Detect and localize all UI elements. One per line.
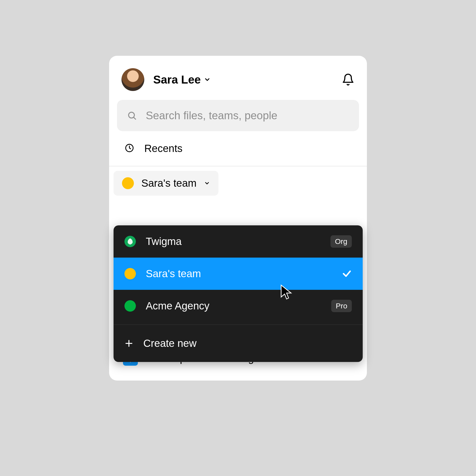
team-dropdown: Twigma Org Sara's team Acme Agency Pro C…: [114, 225, 363, 362]
plan-badge: Pro: [331, 300, 352, 312]
dropdown-item-saras-team[interactable]: Sara's team: [114, 258, 363, 290]
dropdown-item-label: Acme Agency: [146, 300, 321, 312]
user-name: Sara Lee: [153, 73, 201, 86]
plus-icon: [124, 339, 133, 348]
sidebar-panel: Sara Lee Recents Sara's team: [109, 56, 367, 381]
dropdown-item-acme[interactable]: Acme Agency Pro: [114, 290, 363, 322]
nav-recents-label: Recents: [144, 143, 182, 154]
create-new-team-button[interactable]: Create new: [114, 325, 363, 362]
search-icon: [127, 111, 137, 120]
team-selector-wrap: Sara's team: [109, 166, 367, 196]
dropdown-item-twigma[interactable]: Twigma Org: [114, 225, 363, 258]
avatar[interactable]: [121, 68, 144, 91]
team-selector-label: Sara's team: [141, 177, 197, 189]
team-dot-icon: [122, 177, 134, 189]
chevron-down-icon: [204, 76, 211, 83]
clock-icon: [124, 143, 134, 154]
dropdown-item-label: Twigma: [146, 236, 321, 247]
dropdown-item-label: Sara's team: [146, 268, 332, 280]
search-bar[interactable]: [117, 100, 359, 131]
check-icon: [342, 269, 352, 279]
team-selector[interactable]: Sara's team: [114, 171, 218, 196]
account-switcher[interactable]: Sara Lee: [153, 73, 211, 86]
team-dot-icon: [124, 300, 136, 312]
svg-line-1: [134, 117, 136, 119]
nav-recents[interactable]: Recents: [109, 131, 367, 166]
header: Sara Lee: [109, 56, 367, 100]
plan-badge: Org: [330, 235, 352, 248]
notifications-button[interactable]: [342, 73, 355, 86]
org-leaf-icon: [124, 236, 136, 247]
create-new-label: Create new: [143, 337, 352, 349]
chevron-down-icon: [204, 180, 210, 186]
search-input[interactable]: [146, 109, 349, 122]
team-dot-icon: [124, 268, 136, 279]
